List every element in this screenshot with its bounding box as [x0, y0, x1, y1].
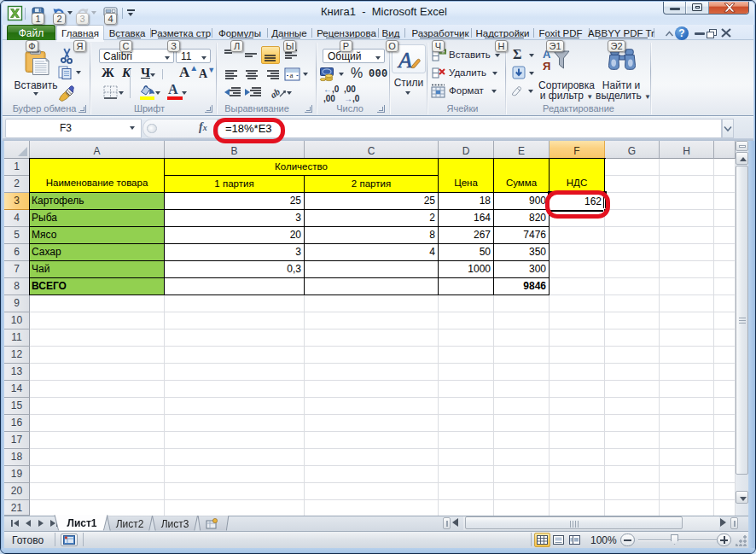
svg-text:a: a [290, 71, 294, 79]
svg-text:Я: Я [543, 60, 550, 73]
svg-text:A: A [397, 48, 412, 73]
